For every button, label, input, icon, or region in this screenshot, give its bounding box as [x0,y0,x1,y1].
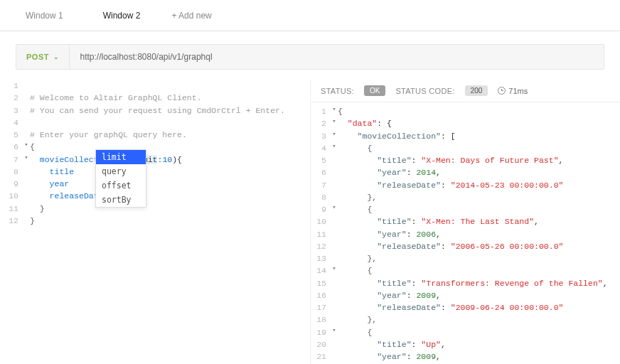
autocomplete-item[interactable]: limit [96,150,146,164]
result-viewer[interactable]: 1▾{2▾ "data": {3▾ "movieCollection": [4▾… [311,102,620,364]
tab-window-1[interactable]: Window 1 [6,0,83,31]
autocomplete-item[interactable]: query [96,164,146,178]
url-bar-container: POST ⌄ [0,31,620,80]
autocomplete-item[interactable]: offset [96,178,146,193]
response-time: 71ms [498,87,528,95]
http-method-label: POST [26,53,49,61]
status-label: STATUS: [321,87,354,95]
query-editor[interactable]: 12# Welcome to Altair GraphQL Client.3# … [3,80,309,227]
query-editor-pane[interactable]: 12# Welcome to Altair GraphQL Client.3# … [0,80,310,364]
url-input[interactable] [70,45,604,69]
status-ok-badge: OK [364,85,385,96]
http-method-selector[interactable]: POST ⌄ [16,45,70,69]
result-pane: STATUS: OK STATUS CODE: 200 71ms 1▾{2▾ "… [310,80,620,364]
autocomplete-item[interactable]: sortBy [96,193,146,207]
autocomplete-popup: limitqueryoffsetsortBy [95,149,146,208]
status-code-label: STATUS CODE: [395,87,454,95]
url-bar: POST ⌄ [16,44,604,70]
status-code-badge: 200 [465,85,488,96]
tab-window-2[interactable]: Window 2 [83,0,161,31]
add-tab-button[interactable]: + Add new [160,0,223,31]
status-row: STATUS: OK STATUS CODE: 200 71ms [311,80,620,102]
tabs-bar: Window 1 Window 2 + Add new [0,0,620,31]
clock-icon [498,87,506,95]
response-time-value: 71ms [508,87,528,95]
chevron-down-icon: ⌄ [53,53,60,60]
